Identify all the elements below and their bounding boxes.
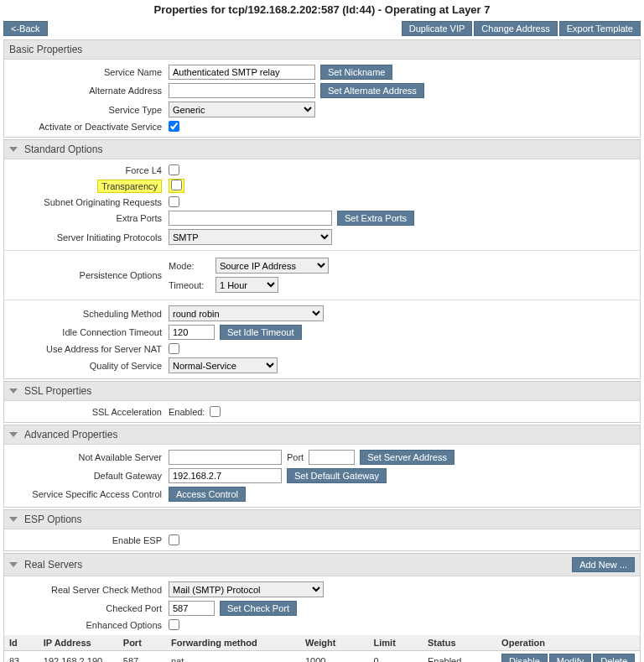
persistence-options-label: Persistence Options — [9, 270, 169, 280]
col-limit: Limit — [369, 635, 423, 651]
server-init-label: Server Initiating Protocols — [9, 232, 169, 242]
duplicate-vip-button[interactable]: Duplicate VIP — [402, 21, 473, 36]
service-name-input[interactable] — [169, 65, 315, 80]
change-address-button[interactable]: Change Address — [474, 21, 557, 36]
panel-title: Advanced Properties — [24, 429, 117, 440]
top-bar: <-Back Duplicate VIP Change Address Expo… — [0, 21, 644, 39]
na-server-input[interactable] — [169, 450, 282, 465]
set-check-port-button[interactable]: Set Check Port — [220, 601, 297, 616]
modify-button[interactable]: Modify — [549, 654, 591, 662]
real-servers-panel: Real Servers Add New ... Real Server Che… — [3, 553, 641, 662]
force-l4-label: Force L4 — [9, 165, 169, 175]
esp-options-header[interactable]: ESP Options — [4, 510, 640, 529]
chevron-down-icon — [9, 562, 18, 567]
col-status: Status — [423, 635, 496, 651]
col-fwd: Forwarding method — [166, 635, 300, 651]
col-op: Operation — [496, 635, 640, 651]
default-gateway-label: Default Gateway — [9, 471, 169, 481]
set-extra-ports-button[interactable]: Set Extra Ports — [337, 211, 414, 226]
server-nat-checkbox[interactable] — [169, 343, 179, 354]
ssl-properties-header[interactable]: SSL Properties — [4, 382, 640, 401]
alternate-address-input[interactable] — [169, 83, 315, 98]
mode-label: Mode: — [169, 261, 210, 271]
access-control-label: Service Specific Access Control — [9, 489, 169, 499]
extra-ports-input[interactable] — [169, 211, 332, 226]
cell-status: Enabled — [423, 651, 496, 663]
enable-esp-checkbox[interactable] — [169, 534, 179, 545]
check-method-label: Real Server Check Method — [9, 585, 169, 595]
col-port: Port — [118, 635, 166, 651]
basic-properties-panel: Basic Properties Service Name Set Nickna… — [3, 39, 641, 138]
chevron-down-icon — [9, 388, 18, 394]
enable-esp-label: Enable ESP — [9, 535, 169, 545]
server-init-select[interactable]: SMTP — [169, 229, 332, 245]
advanced-properties-panel: Advanced Properties Not Available Server… — [3, 425, 641, 508]
service-name-label: Service Name — [9, 67, 169, 77]
cell-id: 83 — [4, 651, 39, 663]
na-server-label: Not Available Server — [9, 452, 169, 462]
server-nat-label: Use Address for Server NAT — [9, 344, 169, 354]
extra-ports-label: Extra Ports — [9, 213, 169, 223]
standard-options-panel: Standard Options Force L4 Transparency S… — [3, 139, 641, 379]
chevron-down-icon — [9, 517, 18, 522]
ssl-enabled-label: Enabled: — [169, 407, 205, 417]
cell-fwd: nat — [166, 651, 300, 663]
service-type-select[interactable]: Generic — [169, 102, 315, 117]
page-title: Properties for tcp/192.168.2.202:587 (Id… — [0, 0, 644, 21]
activate-label: Activate or Deactivate Service — [9, 122, 169, 132]
export-template-button[interactable]: Export Template — [559, 21, 641, 36]
persistence-timeout-select[interactable]: 1 Hour — [216, 277, 278, 293]
na-port-input[interactable] — [309, 450, 355, 465]
set-server-address-button[interactable]: Set Server Address — [360, 450, 454, 465]
col-weight: Weight — [300, 635, 369, 651]
esp-options-panel: ESP Options Enable ESP — [3, 509, 641, 551]
cell-limit: 0 — [369, 651, 423, 663]
disable-button[interactable]: Disable — [501, 654, 548, 662]
ssl-enabled-checkbox[interactable] — [210, 406, 221, 417]
set-idle-timeout-button[interactable]: Set Idle Timeout — [220, 325, 302, 340]
top-right-buttons: Duplicate VIP Change Address Export Temp… — [402, 21, 641, 36]
col-ip: IP Address — [39, 635, 118, 651]
default-gateway-input[interactable] — [169, 468, 282, 483]
basic-properties-header[interactable]: Basic Properties — [4, 40, 640, 60]
cell-weight: 1000 — [300, 651, 369, 663]
delete-button[interactable]: Delete — [593, 654, 635, 662]
alternate-address-label: Alternate Address — [9, 86, 169, 96]
persistence-mode-select[interactable]: Source IP Address — [216, 258, 329, 274]
checked-port-label: Checked Port — [9, 603, 169, 613]
check-method-select[interactable]: Mail (SMTP) Protocol — [169, 581, 324, 597]
activate-checkbox[interactable] — [169, 121, 179, 132]
panel-title: SSL Properties — [24, 385, 91, 397]
cell-ip: 192.168.2.190 — [39, 651, 118, 663]
transparency-checkbox[interactable] — [171, 180, 182, 190]
subnet-originating-label: Subnet Originating Requests — [9, 197, 169, 207]
scheduling-label: Scheduling Method — [9, 309, 169, 319]
scheduling-select[interactable]: round robin — [169, 305, 324, 321]
idle-timeout-label: Idle Connection Timeout — [9, 327, 169, 337]
back-button[interactable]: <-Back — [3, 21, 48, 36]
ssl-properties-panel: SSL Properties SSL Acceleration Enabled: — [3, 381, 641, 423]
chevron-down-icon — [9, 432, 18, 437]
cell-port: 587 — [118, 651, 166, 663]
col-id: Id — [4, 635, 39, 651]
real-servers-header[interactable]: Real Servers Add New ... — [4, 554, 640, 576]
set-default-gateway-button[interactable]: Set Default Gateway — [287, 468, 387, 483]
access-control-button[interactable]: Access Control — [169, 487, 246, 502]
set-alternate-address-button[interactable]: Set Alternate Address — [320, 83, 424, 98]
panel-title: Standard Options — [24, 143, 102, 155]
qos-select[interactable]: Normal-Service — [169, 357, 278, 373]
set-nickname-button[interactable]: Set Nickname — [320, 65, 392, 80]
enhanced-options-checkbox[interactable] — [169, 619, 179, 630]
qos-label: Quality of Service — [9, 361, 169, 371]
chevron-down-icon — [9, 147, 18, 152]
subnet-originating-checkbox[interactable] — [169, 196, 179, 207]
checked-port-input[interactable] — [169, 601, 215, 616]
add-new-button[interactable]: Add New ... — [572, 557, 635, 572]
idle-timeout-input[interactable] — [169, 325, 215, 340]
advanced-properties-header[interactable]: Advanced Properties — [4, 425, 640, 445]
force-l4-checkbox[interactable] — [169, 164, 179, 175]
standard-options-header[interactable]: Standard Options — [4, 140, 640, 159]
port-label: Port — [287, 452, 304, 462]
table-row: 83192.168.2.190587nat10000EnabledDisable… — [4, 651, 640, 663]
timeout-label: Timeout: — [169, 280, 210, 290]
